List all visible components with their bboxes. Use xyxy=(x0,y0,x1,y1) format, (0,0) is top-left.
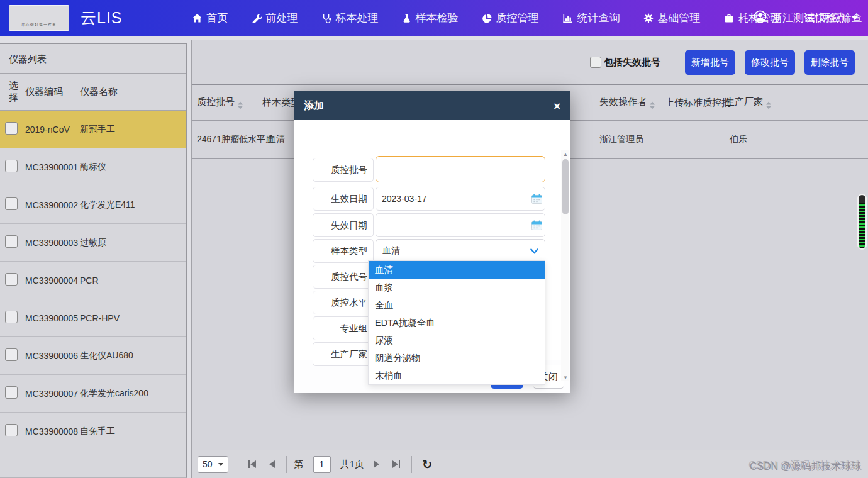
batch-toolbar: 包括失效批号 新增批号 修改批号 删除批号 xyxy=(192,40,868,85)
page-size-select[interactable]: 50 xyxy=(198,456,228,473)
user-name: 浙江测试快检点 xyxy=(772,11,847,25)
delete-batch-button[interactable]: 删除批号 xyxy=(804,50,855,75)
nav-item-preprocess[interactable]: 前处理 xyxy=(252,11,298,25)
edit-batch-button[interactable]: 修改批号 xyxy=(745,50,795,75)
instrument-code: MC33900005 xyxy=(25,313,80,323)
header-expire-operator[interactable]: 失效操作者 xyxy=(599,96,655,109)
row-checkbox[interactable] xyxy=(5,122,18,135)
header-batch[interactable]: 质控批号 xyxy=(197,96,243,109)
row-checkbox[interactable] xyxy=(5,273,18,286)
briefcase-icon xyxy=(724,13,734,23)
instrument-row[interactable]: MC33900002 化学发光E411 xyxy=(0,186,186,224)
effective-date-label: 生效日期 xyxy=(313,187,374,211)
include-expired-checkbox[interactable] xyxy=(590,57,601,68)
sort-icon[interactable] xyxy=(766,102,771,109)
instrument-code: MC33900004 xyxy=(25,275,80,286)
user-menu[interactable]: 浙江测试快检点 xyxy=(754,0,858,36)
stethoscope-icon xyxy=(321,13,331,23)
instrument-code: MC33900007 xyxy=(25,389,80,399)
instrument-row[interactable]: MC33900001 酶标仪 xyxy=(0,148,186,186)
instrument-name: 自免手工 xyxy=(80,426,186,437)
instrument-row[interactable]: MC33900008 自免手工 xyxy=(0,413,186,450)
instrument-row[interactable]: MC33900007 化学发光caris200 xyxy=(0,375,186,413)
header-manufacturer[interactable]: 生产厂家 xyxy=(725,96,771,109)
row-checkbox[interactable] xyxy=(5,348,18,361)
first-page-button[interactable] xyxy=(244,460,260,468)
logo-caption: 用心做好每一件事 xyxy=(21,22,57,30)
last-page-button[interactable] xyxy=(389,460,404,468)
instrument-code: MC33900002 xyxy=(25,200,80,210)
nav-item-label: 前处理 xyxy=(266,11,298,25)
flask-icon xyxy=(402,13,411,23)
dropdown-option[interactable]: 血清 xyxy=(369,261,545,279)
sort-icon[interactable] xyxy=(238,102,243,109)
batch-field-input[interactable] xyxy=(376,156,545,182)
dropdown-option[interactable]: 尿液 xyxy=(369,331,545,349)
scrollbar-thumb[interactable] xyxy=(562,159,569,214)
column-code: 仪器编码 xyxy=(25,86,80,98)
nav-item-label: 统计查询 xyxy=(577,11,620,25)
pie-chart-icon xyxy=(482,13,492,23)
instrument-code: MC33900008 xyxy=(25,426,80,436)
scroll-up-icon[interactable]: ▲ xyxy=(562,152,569,157)
dropdown-option[interactable]: 全血 xyxy=(369,296,545,314)
cell-batch: 24671肿瘤低水平质 xyxy=(197,134,274,145)
nav-item-specimen[interactable]: 标本处理 xyxy=(321,11,379,25)
calendar-icon[interactable] xyxy=(531,220,542,230)
cell-sample-type: 血清 xyxy=(267,134,285,145)
dropdown-option[interactable]: 阴道分泌物 xyxy=(369,349,545,367)
scroll-down-icon[interactable]: ▼ xyxy=(562,375,569,381)
calendar-icon[interactable] xyxy=(531,194,542,204)
sample-type-value: 血清 xyxy=(382,245,400,257)
column-select: 选择 xyxy=(0,80,25,104)
user-avatar-icon xyxy=(754,10,767,26)
nav-item-label: 样本检验 xyxy=(416,11,459,25)
divider xyxy=(286,456,287,473)
dialog-body: 质控批号 生效日期 失效日期 样本类型 血清 质控代号 质控水平 专业组 生产厂… xyxy=(294,120,570,360)
nav-item-stats[interactable]: 统计查询 xyxy=(562,11,620,25)
next-page-button[interactable] xyxy=(370,460,383,468)
qc-code-label: 质控代号 xyxy=(313,265,374,289)
dropdown-option[interactable]: 末梢血 xyxy=(369,367,545,384)
row-checkbox[interactable] xyxy=(5,311,18,323)
instrument-row[interactable]: MC33900005 PCR-HPV xyxy=(0,299,186,337)
effective-date-input[interactable] xyxy=(376,187,545,211)
row-checkbox[interactable] xyxy=(5,386,18,399)
instrument-row[interactable]: 2019-nCoV 新冠手工 xyxy=(0,111,186,148)
instrument-name: 过敏原 xyxy=(80,237,186,248)
page-total: 共1页 xyxy=(340,459,364,470)
row-checkbox[interactable] xyxy=(5,235,18,248)
column-name: 仪器名称 xyxy=(80,86,186,98)
header-upload-std[interactable]: 上传标准质控批 xyxy=(665,97,731,109)
nav-item-base-admin[interactable]: 基础管理 xyxy=(643,11,701,25)
nav-item-label: 首页 xyxy=(207,11,228,25)
close-icon[interactable]: × xyxy=(554,100,560,112)
header-label: 生产厂家 xyxy=(725,96,763,107)
refresh-icon[interactable]: ↻ xyxy=(420,457,435,472)
instrument-row[interactable]: MC33900003 过敏原 xyxy=(0,224,186,262)
page-number-input[interactable] xyxy=(313,456,331,473)
sample-type-label: 样本类型 xyxy=(313,239,374,263)
instrument-row[interactable]: MC33900006 生化仪AU680 xyxy=(0,337,186,375)
nav-item-home[interactable]: 首页 xyxy=(192,11,228,25)
nav-item-qc[interactable]: 质控管理 xyxy=(482,11,539,25)
sample-type-select[interactable]: 血清 xyxy=(376,239,545,263)
dropdown-option[interactable]: 血浆 xyxy=(369,279,545,296)
row-checkbox[interactable] xyxy=(5,160,18,172)
instrument-name: 酶标仪 xyxy=(80,162,186,173)
add-batch-button[interactable]: 新增批号 xyxy=(685,50,735,75)
dropdown-option[interactable]: EDTA抗凝全血 xyxy=(369,314,545,331)
include-expired-toggle[interactable]: 包括失效批号 xyxy=(590,57,660,69)
dialog-header[interactable]: 添加 × xyxy=(294,91,570,120)
row-checkbox[interactable] xyxy=(5,197,18,210)
instrument-name: 化学发光E411 xyxy=(80,199,186,211)
expire-date-label: 失效日期 xyxy=(313,213,374,237)
instrument-row[interactable]: MC33900004 PCR xyxy=(0,262,186,299)
prev-page-button[interactable] xyxy=(265,460,279,468)
instrument-code: 2019-nCoV xyxy=(25,125,80,135)
expire-date-input[interactable] xyxy=(376,213,545,237)
divider xyxy=(411,456,412,473)
sort-icon[interactable] xyxy=(650,102,655,109)
row-checkbox[interactable] xyxy=(5,424,18,436)
nav-item-sample-test[interactable]: 样本检验 xyxy=(402,11,459,25)
